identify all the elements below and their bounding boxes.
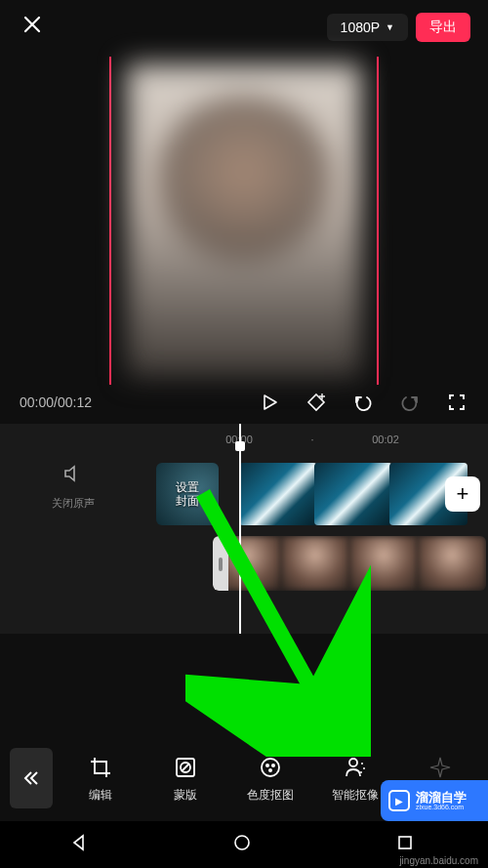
video-preview[interactable] (0, 55, 488, 387)
playback-bar: 00:00/00:12 (0, 387, 488, 424)
video-clip[interactable] (281, 536, 349, 591)
timeline[interactable]: 00:00 · 00:02 关闭原声 设置 封面 + (0, 424, 488, 634)
playhead[interactable] (239, 424, 241, 634)
crop-icon (87, 754, 114, 781)
svg-point-8 (349, 759, 357, 766)
svg-point-9 (361, 763, 363, 765)
svg-rect-13 (399, 837, 411, 848)
watermark-logo: ▶ 溜溜自学 zixue.3d66.com (381, 780, 488, 821)
add-clip-button[interactable]: + (445, 476, 480, 512)
redo-icon (400, 393, 420, 412)
video-track-1[interactable] (239, 463, 468, 525)
play-button[interactable] (258, 391, 281, 414)
video-clip[interactable] (418, 536, 486, 591)
fullscreen-button[interactable] (445, 391, 468, 414)
export-button[interactable]: 导出 (416, 13, 470, 42)
svg-line-3 (182, 764, 189, 771)
tool-label: 智能抠像 (332, 787, 379, 804)
cover-label-line2: 封面 (176, 494, 199, 508)
undo-button[interactable] (351, 391, 375, 414)
chevron-down-icon: ▼ (386, 22, 394, 32)
logo-play-icon: ▶ (388, 790, 410, 811)
sparkle-icon (427, 754, 454, 781)
svg-point-11 (360, 771, 362, 773)
keyframe-add-button[interactable] (305, 391, 328, 414)
video-track-2[interactable] (213, 536, 486, 591)
watermark-url: zixue.3d66.com (416, 804, 467, 810)
svg-point-10 (363, 767, 365, 769)
ruler-dot: · (310, 434, 313, 445)
triangle-back-icon (69, 833, 89, 852)
watermark-text: 溜溜自学 zixue.3d66.com (416, 791, 467, 810)
back-button[interactable] (10, 748, 53, 808)
mask-icon (172, 754, 199, 781)
nav-recent[interactable] (395, 833, 419, 856)
preview-image (127, 64, 361, 377)
mute-label: 关闭原声 (52, 497, 95, 509)
top-bar: 1080P ▼ 导出 (0, 0, 488, 55)
time-display: 00:00/00:12 (20, 394, 92, 410)
resolution-label: 1080P (341, 20, 380, 35)
nav-home[interactable] (232, 833, 256, 856)
attribution-text: jingyan.baidu.com (399, 855, 478, 866)
svg-point-6 (271, 764, 275, 767)
video-clip[interactable] (349, 536, 418, 591)
timeline-ruler: 00:00 · 00:02 (0, 432, 488, 439)
square-recent-icon (395, 833, 415, 852)
svg-point-4 (262, 759, 279, 776)
circle-home-icon (232, 833, 252, 852)
tool-smart-cutout[interactable]: 智能抠像 (321, 754, 389, 804)
cover-label-line1: 设置 (176, 480, 199, 494)
set-cover-button[interactable]: 设置 封面 (156, 463, 219, 525)
playback-controls (258, 391, 468, 414)
nav-back[interactable] (69, 833, 93, 856)
chroma-icon (257, 754, 284, 781)
speaker-icon (0, 463, 146, 489)
preview-frame (127, 64, 361, 377)
top-right-group: 1080P ▼ 导出 (327, 13, 470, 42)
tool-label: 蒙版 (174, 787, 197, 804)
person-cutout-icon (342, 754, 369, 781)
resolution-selector[interactable]: 1080P ▼ (327, 14, 408, 41)
tool-label: 编辑 (89, 787, 112, 804)
tool-chroma-key[interactable]: 色度抠图 (236, 754, 305, 804)
close-icon (22, 15, 42, 34)
tool-mask[interactable]: 蒙版 (151, 754, 220, 804)
svg-point-12 (235, 836, 249, 849)
video-clip[interactable] (239, 463, 317, 525)
redo-button[interactable] (398, 391, 422, 414)
ruler-tick: 00:02 (372, 434, 399, 445)
tool-crop[interactable]: 编辑 (66, 754, 135, 804)
watermark-title: 溜溜自学 (416, 791, 467, 804)
video-clip[interactable] (213, 536, 281, 591)
fullscreen-icon (448, 393, 466, 411)
play-icon (261, 393, 278, 411)
tool-label: 色度抠图 (247, 787, 294, 804)
svg-point-5 (265, 764, 269, 767)
current-time: 00:00 (20, 394, 54, 410)
chevron-double-left-icon (22, 769, 40, 787)
undo-icon (353, 393, 373, 412)
video-clip[interactable] (314, 463, 392, 525)
total-time: 00:12 (58, 394, 92, 410)
svg-point-7 (268, 768, 272, 772)
keyframe-add-icon (305, 392, 327, 413)
close-button[interactable] (18, 15, 47, 40)
mute-original-audio[interactable]: 关闭原声 (0, 463, 146, 511)
